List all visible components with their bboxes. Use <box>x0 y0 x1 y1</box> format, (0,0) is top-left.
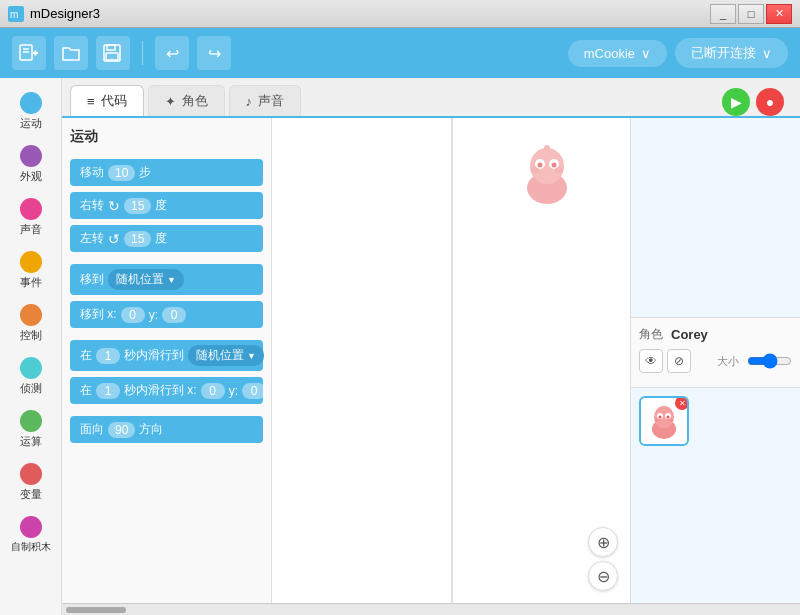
block-turn-left[interactable]: 左转 ↺ 15 度 <box>70 225 263 252</box>
category-sound-label: 声音 <box>20 222 42 237</box>
block-glide1[interactable]: 在 1 秒内滑行到 随机位置 ▼ <box>70 340 263 371</box>
category-panel: 运动 外观 声音 事件 控制 侦测 <box>0 78 62 615</box>
svg-point-25 <box>667 416 670 419</box>
stage-area <box>631 118 800 318</box>
events-circle <box>20 251 42 273</box>
zoom-in-icon: ⊕ <box>597 533 610 552</box>
svg-point-18 <box>531 167 539 173</box>
svg-point-27 <box>669 418 674 422</box>
svg-point-24 <box>659 416 662 419</box>
block-turn-right[interactable]: 右转 ↻ 15 度 <box>70 192 263 219</box>
device-dropdown-icon: ∨ <box>641 46 651 61</box>
device-label: mCookie <box>584 46 635 61</box>
app-title: mDesigner3 <box>30 6 100 21</box>
sprite-eye-buttons: 👁 ⊘ <box>639 349 691 373</box>
block-palette: 运动 移动 10 步 右转 ↻ 15 度 <box>62 118 272 603</box>
sound-circle <box>20 198 42 220</box>
block-goto[interactable]: 移到 随机位置 ▼ <box>70 264 263 295</box>
minimize-button[interactable]: _ <box>710 4 736 24</box>
script-area[interactable]: ⊕ ⊖ <box>272 118 630 603</box>
sprite-preview <box>515 138 580 211</box>
control-circle <box>20 304 42 326</box>
center-section: ≡ 代码 ✦ 角色 ♪ 声音 ▶ ● <box>62 78 800 615</box>
sensing-circle <box>20 357 42 379</box>
block-glide2[interactable]: 在 1 秒内滑行到 x: 0 y: 0 <box>70 377 263 404</box>
scrollbar-thumb[interactable] <box>66 607 126 613</box>
sprite-hide-button[interactable]: ⊘ <box>667 349 691 373</box>
category-motion[interactable]: 运动 <box>3 86 59 137</box>
svg-rect-8 <box>107 45 115 50</box>
connect-button[interactable]: 已断开连接 ∨ <box>675 38 788 68</box>
tab-sound[interactable]: ♪ 声音 <box>229 85 302 116</box>
tab-sprite[interactable]: ✦ 角色 <box>148 85 225 116</box>
sprite-tools-row: 👁 ⊘ 大小 <box>639 349 792 373</box>
save-button[interactable] <box>96 36 130 70</box>
maximize-button[interactable]: □ <box>738 4 764 24</box>
category-looks-label: 外观 <box>20 169 42 184</box>
redo-icon: ↪ <box>208 44 221 63</box>
block-face[interactable]: 面向 90 方向 <box>70 416 263 443</box>
svg-point-26 <box>655 418 660 422</box>
window-controls: _ □ ✕ <box>710 4 792 24</box>
svg-point-15 <box>552 163 557 168</box>
svg-point-21 <box>654 406 674 428</box>
sprite-size-label: 大小 <box>717 354 739 369</box>
sprite-tab-icon: ✦ <box>165 94 176 109</box>
category-operators[interactable]: 运算 <box>3 404 59 455</box>
undo-icon: ↩ <box>166 44 179 63</box>
sound-tab-icon: ♪ <box>246 94 253 109</box>
script-divider <box>451 118 453 603</box>
app: ↩ ↪ mCookie ∨ 已断开连接 ∨ 运动 外观 <box>0 28 800 615</box>
zoom-controls: ⊕ ⊖ <box>588 527 618 591</box>
tab-code[interactable]: ≡ 代码 <box>70 85 144 116</box>
block-goto-xy[interactable]: 移到 x: 0 y: 0 <box>70 301 263 328</box>
sound-tab-label: 声音 <box>258 92 284 110</box>
motion-section-title: 运动 <box>70 128 263 146</box>
category-control[interactable]: 控制 <box>3 298 59 349</box>
code-tab-icon: ≡ <box>87 94 95 109</box>
svg-rect-9 <box>106 53 118 60</box>
stop-button[interactable]: ● <box>756 88 784 116</box>
play-button[interactable]: ▶ <box>722 88 750 116</box>
connect-dropdown-icon: ∨ <box>762 46 772 61</box>
horizontal-scrollbar[interactable] <box>62 603 800 615</box>
svg-text:m: m <box>10 9 18 20</box>
sprite-size-slider[interactable] <box>747 353 792 369</box>
sprite-list: ✕ <box>631 388 800 603</box>
category-events[interactable]: 事件 <box>3 245 59 296</box>
category-myblocks[interactable]: 自制积木 <box>3 510 59 560</box>
category-sensing[interactable]: 侦测 <box>3 351 59 402</box>
open-file-button[interactable] <box>54 36 88 70</box>
category-looks[interactable]: 外观 <box>3 139 59 190</box>
category-variables-label: 变量 <box>20 487 42 502</box>
svg-point-14 <box>538 163 543 168</box>
sprite-name: Corey <box>671 327 708 342</box>
motion-circle <box>20 92 42 114</box>
zoom-out-icon: ⊖ <box>597 567 610 586</box>
sprite-show-button[interactable]: 👁 <box>639 349 663 373</box>
content-area: 运动 移动 10 步 右转 ↻ 15 度 <box>62 118 800 603</box>
sprite-thumbnail-corey[interactable]: ✕ <box>639 396 689 446</box>
new-file-button[interactable] <box>12 36 46 70</box>
redo-button[interactable]: ↪ <box>197 36 231 70</box>
titlebar: m mDesigner3 _ □ ✕ <box>0 0 800 28</box>
toolbar-separator <box>142 41 143 65</box>
category-motion-label: 运动 <box>20 116 42 131</box>
sprite-close-button[interactable]: ✕ <box>675 396 689 410</box>
variables-circle <box>20 463 42 485</box>
block-move[interactable]: 移动 10 步 <box>70 159 263 186</box>
device-button[interactable]: mCookie ∨ <box>568 40 667 67</box>
toolbar: ↩ ↪ mCookie ∨ 已断开连接 ∨ <box>0 28 800 78</box>
sprite-info: 角色 Corey 👁 ⊘ 大小 <box>631 318 800 388</box>
sprite-tab-label: 角色 <box>182 92 208 110</box>
zoom-in-button[interactable]: ⊕ <box>588 527 618 557</box>
zoom-out-button[interactable]: ⊖ <box>588 561 618 591</box>
category-sensing-label: 侦测 <box>20 381 42 396</box>
category-variables[interactable]: 变量 <box>3 457 59 508</box>
svg-point-19 <box>555 167 563 173</box>
sprite-info-row: 角色 Corey <box>639 326 792 343</box>
myblocks-circle <box>20 516 42 538</box>
category-sound[interactable]: 声音 <box>3 192 59 243</box>
undo-button[interactable]: ↩ <box>155 36 189 70</box>
close-button[interactable]: ✕ <box>766 4 792 24</box>
